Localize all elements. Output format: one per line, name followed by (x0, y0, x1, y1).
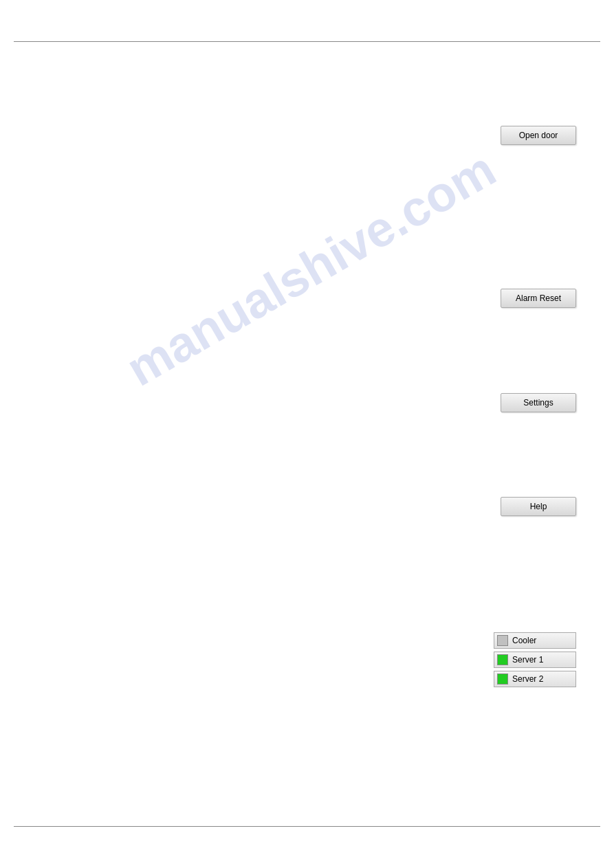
bottom-border (14, 826, 600, 827)
watermark: manualshive.com (117, 140, 505, 397)
alarm-reset-button[interactable]: Alarm Reset (501, 289, 576, 308)
legend-item-server1[interactable]: Server 1 (494, 652, 576, 668)
legend-color-server2 (497, 674, 508, 685)
legend-color-cooler (497, 635, 508, 646)
legend-label-server2: Server 2 (512, 674, 543, 684)
top-border (14, 41, 600, 42)
settings-button[interactable]: Settings (501, 393, 576, 412)
legend-label-cooler: Cooler (512, 636, 536, 645)
legend-label-server1: Server 1 (512, 655, 543, 665)
legend-item-cooler[interactable]: Cooler (494, 632, 576, 649)
help-button[interactable]: Help (501, 497, 576, 516)
legend-color-server1 (497, 654, 508, 665)
legend-item-server2[interactable]: Server 2 (494, 671, 576, 687)
open-door-button[interactable]: Open door (501, 126, 576, 145)
legend-container: Cooler Server 1 Server 2 (494, 632, 576, 687)
